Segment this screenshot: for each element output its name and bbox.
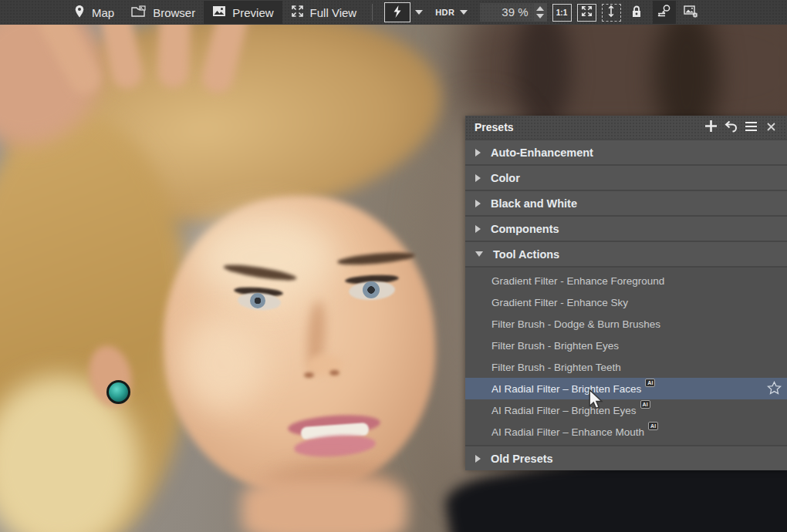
preset-category-components[interactable]: Components	[465, 217, 787, 241]
map-button-label: Map	[92, 6, 114, 19]
fit-height-button[interactable]	[602, 4, 621, 22]
ai-badge: AI	[640, 400, 650, 409]
fit-to-view-button[interactable]	[577, 4, 596, 22]
presets-panel-header: Presets	[465, 116, 787, 139]
full-view-button-label: Full View	[310, 6, 357, 19]
actual-size-button[interactable]: 1:1	[552, 4, 572, 22]
compare-zoom-button[interactable]	[653, 1, 676, 24]
lock-zoom-button[interactable]	[627, 3, 647, 22]
preset-item-label: AI Radial Filter – Brighten Eyes	[491, 405, 637, 416]
zoom-increase-icon[interactable]	[536, 6, 544, 11]
portrait-earring	[106, 380, 130, 404]
category-label: Tool Actions	[493, 248, 559, 261]
preset-item[interactable]: Gradient Filter - Enhance Foreground	[465, 270, 787, 291]
preset-category-black-and-white[interactable]: Black and White	[465, 191, 787, 215]
panel-menu-button[interactable]	[741, 117, 761, 137]
map-button[interactable]: Map	[65, 1, 123, 24]
portrait-forehead-highlight	[193, 214, 336, 300]
disclosure-collapsed-icon	[475, 200, 481, 207]
undo-arrow-icon	[724, 120, 738, 135]
category-label: Old Presets	[491, 453, 553, 465]
category-label: Auto-Enhancement	[491, 146, 593, 159]
favorite-star-icon[interactable]	[767, 381, 782, 398]
preset-item-label: Gradient Filter - Enhance Foreground	[491, 275, 664, 287]
portrait-iris	[250, 293, 265, 308]
ai-badge: AI	[648, 422, 658, 430]
preview-button-label: Preview	[232, 6, 273, 19]
portrait-nostril	[304, 372, 314, 378]
category-label: Color	[491, 172, 520, 184]
toolbar-separator	[372, 4, 373, 21]
quick-edits-button[interactable]	[384, 2, 410, 22]
portrait-cheek-highlight	[180, 316, 266, 410]
hamburger-menu-icon	[745, 121, 758, 134]
map-pin-icon	[73, 5, 86, 21]
close-icon	[767, 121, 775, 133]
preset-item-label: Filter Brush - Dodge & Burn Brushes	[491, 318, 660, 330]
plus-icon	[704, 120, 718, 135]
lightning-bolt-icon	[392, 5, 403, 21]
preset-item[interactable]: Filter Brush - Dodge & Burn Brushes	[465, 313, 787, 335]
preset-item-label: Filter Brush - Brighten Eyes	[491, 340, 619, 352]
preset-category-tool-actions[interactable]: Tool Actions	[465, 242, 787, 266]
padlock-icon	[630, 5, 643, 21]
photo-editor-window: Map Browser Preview Full View	[0, 0, 787, 532]
disclosure-collapsed-icon	[475, 174, 481, 182]
preview-button[interactable]: Preview	[204, 1, 282, 24]
browser-folder-icon	[131, 5, 147, 20]
revert-preset-button[interactable]	[721, 117, 741, 137]
tool-actions-list: Gradient Filter - Enhance Foreground Gra…	[465, 268, 787, 445]
magnifier-swap-icon	[657, 4, 672, 21]
preset-item-label: AI Radial Filter – Enhance Mouth	[491, 426, 644, 438]
portrait-finger	[157, 25, 191, 89]
hdr-label[interactable]: HDR	[435, 8, 454, 17]
zoom-spinner[interactable]	[534, 3, 547, 22]
fit-arrows-icon	[581, 5, 593, 19]
category-label: Black and White	[491, 197, 577, 210]
preview-settings-button[interactable]	[681, 3, 702, 22]
portrait-nostril	[329, 370, 339, 375]
preset-category-auto-enhancement[interactable]: Auto-Enhancement	[465, 140, 787, 164]
vertical-fit-icon	[607, 5, 615, 20]
close-panel-button[interactable]	[761, 117, 781, 137]
disclosure-collapsed-icon	[475, 225, 481, 233]
preset-item[interactable]: Filter Brush - Brighten Eyes	[465, 335, 787, 356]
preset-category-old-presets[interactable]: Old Presets	[465, 446, 787, 470]
preset-item[interactable]: Filter Brush - Brighten Teeth	[465, 356, 787, 378]
disclosure-collapsed-icon	[475, 455, 481, 463]
presets-panel: Presets	[465, 116, 787, 469]
preset-item-selected[interactable]: AI Radial Filter – Brighten Faces AI	[465, 378, 787, 399]
add-preset-button[interactable]	[701, 117, 721, 137]
disclosure-collapsed-icon	[475, 149, 481, 157]
preview-image-icon	[212, 5, 226, 19]
image-gear-icon	[684, 5, 699, 21]
preset-item[interactable]: AI Radial Filter – Brighten Eyes AI	[465, 399, 787, 421]
preset-item[interactable]: AI Radial Filter – Enhance Mouth AI	[465, 421, 787, 443]
portrait-iris	[363, 281, 380, 298]
preset-item[interactable]: Gradient Filter - Enhance Sky	[465, 291, 787, 313]
hdr-dropdown-caret[interactable]	[460, 10, 468, 15]
mouse-cursor	[588, 389, 606, 414]
browser-button-label: Browser	[153, 6, 195, 19]
portrait-neck	[242, 478, 407, 532]
full-view-expand-icon	[291, 5, 304, 20]
preset-category-color[interactable]: Color	[465, 166, 787, 190]
top-toolbar: Map Browser Preview Full View	[0, 0, 787, 25]
full-view-button[interactable]: Full View	[282, 1, 366, 24]
preset-item-label: Gradient Filter - Enhance Sky	[491, 297, 628, 308]
zoom-decrease-icon[interactable]	[536, 14, 544, 19]
photo-preview-canvas[interactable]: Presets	[0, 25, 787, 532]
preset-item-label: Filter Brush - Brighten Teeth	[491, 362, 621, 373]
zoom-percent-input[interactable]: 39 %	[480, 3, 534, 22]
quick-edits-dropdown-caret[interactable]	[415, 10, 423, 15]
disclosure-expanded-icon	[475, 251, 483, 257]
one-to-one-icon: 1:1	[556, 8, 567, 17]
preset-item-label: AI Radial Filter – Brighten Faces	[491, 383, 641, 395]
browser-button[interactable]: Browser	[123, 1, 204, 24]
presets-panel-title: Presets	[475, 121, 514, 133]
category-label: Components	[491, 223, 559, 235]
ai-badge: AI	[645, 379, 655, 387]
